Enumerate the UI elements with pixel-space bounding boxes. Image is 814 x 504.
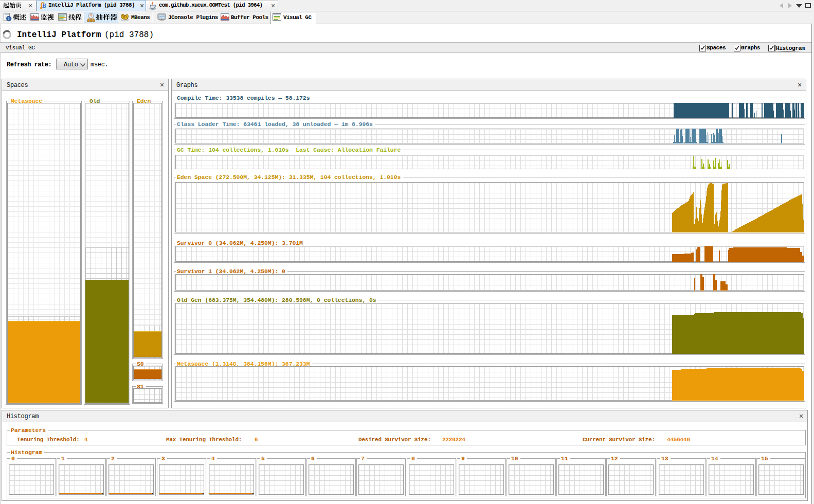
svg-text:B: B bbox=[42, 2, 46, 9]
